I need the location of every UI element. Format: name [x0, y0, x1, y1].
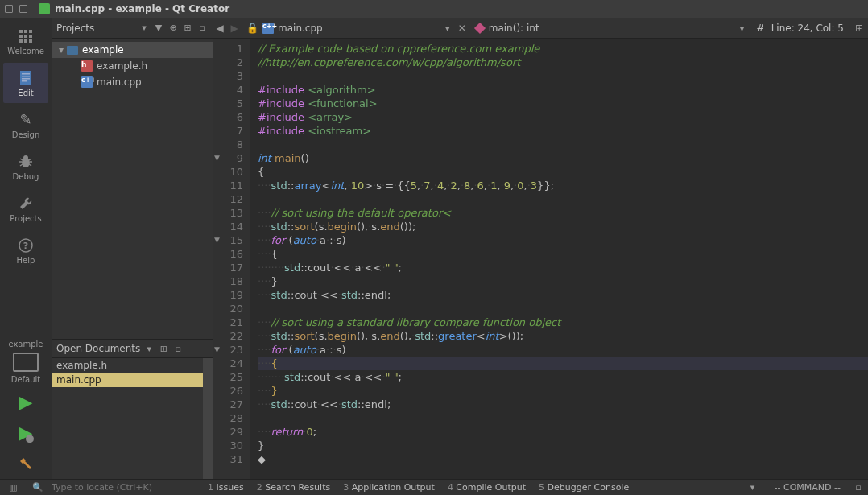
- link-icon[interactable]: ⊕: [167, 23, 179, 34]
- file-tab[interactable]: 🔓 c++ main.cpp: [242, 18, 328, 39]
- file-dropdown[interactable]: ▾: [440, 23, 455, 34]
- toggle-right-button[interactable]: ▫: [849, 482, 868, 493]
- nav-fwd-button[interactable]: ▶: [227, 23, 242, 34]
- open-documents-header: Open Documents ▾ ⊞ ▫: [52, 339, 213, 358]
- projects-header: Projects ▾ ▼ ⊕ ⊞ ▫: [52, 18, 213, 39]
- svg-rect-10: [22, 73, 30, 75]
- symbol-selector[interactable]: main(): int: [469, 23, 735, 34]
- tree-file-label: example.h: [97, 60, 147, 72]
- bottom-bar: ▥ 🔍 1 Issues2 Search Results3 Applicatio…: [0, 479, 868, 495]
- mode-rail: Welcome Edit ✎ Design Debug Projects: [0, 18, 52, 479]
- help-icon: ?: [17, 237, 35, 254]
- grid-icon: [17, 27, 35, 45]
- editor: ◀ ▶ 🔓 c++ main.cpp ▾ ✕ main(): int ▾ # L…: [213, 18, 868, 479]
- mode-projects[interactable]: Projects: [3, 188, 48, 229]
- scrollbar[interactable]: [203, 358, 213, 479]
- split-icon[interactable]: ⊞: [182, 23, 193, 34]
- line-col-status[interactable]: # Line: 24, Col: 5: [750, 18, 850, 39]
- toggle-sidebar-button[interactable]: ▥: [0, 480, 27, 496]
- line-gutter[interactable]: 123456789▼101112131415▼1617181920212223▼…: [213, 39, 250, 479]
- window-maximize-icon[interactable]: [19, 5, 27, 13]
- tree-file[interactable]: h example.h: [52, 58, 213, 74]
- svg-rect-2: [29, 30, 32, 33]
- close-panel-icon[interactable]: ▫: [172, 343, 184, 354]
- code-editor[interactable]: 123456789▼101112131415▼1617181920212223▼…: [213, 39, 868, 479]
- search-icon: 🔍: [32, 482, 43, 493]
- tree-root[interactable]: ▾ example: [52, 42, 213, 58]
- open-documents-list: example.h main.cpp: [52, 358, 213, 479]
- pencil-icon: ✎: [17, 111, 35, 129]
- chevron-down-icon[interactable]: ▾: [138, 23, 150, 34]
- tree-file-label: main.cpp: [97, 76, 142, 88]
- svg-rect-5: [29, 35, 32, 38]
- vim-mode-label: -- COMMAND --: [767, 482, 849, 493]
- split-editor-button[interactable]: ⊞: [850, 23, 868, 34]
- close-tab-button[interactable]: ✕: [455, 23, 469, 34]
- svg-line-19: [29, 159, 31, 160]
- editor-toolbar: ◀ ▶ 🔓 c++ main.cpp ▾ ✕ main(): int ▾ # L…: [213, 18, 868, 39]
- output-chevron[interactable]: ▾: [739, 480, 767, 496]
- svg-point-15: [23, 155, 28, 160]
- mode-design-label: Design: [12, 130, 40, 139]
- output-tab[interactable]: 3 Application Output: [343, 482, 435, 493]
- close-panel-icon[interactable]: ▫: [196, 23, 208, 34]
- mode-design[interactable]: ✎ Design: [3, 105, 48, 145]
- filter-icon[interactable]: ▼: [153, 23, 164, 34]
- output-tab[interactable]: 5 Debugger Console: [539, 482, 629, 493]
- svg-rect-11: [22, 76, 30, 77]
- folder-icon: [66, 44, 79, 56]
- mode-edit-label: Edit: [18, 89, 33, 97]
- svg-line-21: [29, 164, 31, 166]
- build-button[interactable]: [3, 448, 48, 477]
- locator-input[interactable]: [47, 482, 192, 493]
- projects-header-label[interactable]: Projects: [56, 23, 135, 34]
- svg-rect-12: [22, 78, 30, 80]
- nav-back-button[interactable]: ◀: [213, 23, 227, 34]
- svg-rect-1: [24, 30, 27, 33]
- bug-icon: [17, 153, 35, 171]
- symbol-dropdown[interactable]: ▾: [735, 23, 750, 34]
- mode-debug[interactable]: Debug: [3, 146, 48, 187]
- svg-rect-6: [19, 39, 23, 43]
- mode-edit[interactable]: Edit: [3, 63, 48, 103]
- kit-selector[interactable]: Default: [3, 350, 48, 386]
- h-file-icon: h: [81, 60, 93, 72]
- svg-rect-4: [24, 35, 27, 38]
- wrench-icon: [17, 195, 35, 212]
- mode-help-label: Help: [17, 256, 35, 265]
- output-tab[interactable]: 1 Issues: [208, 482, 244, 493]
- file-tab-label: main.cpp: [278, 23, 323, 34]
- chevron-down-icon[interactable]: ▾: [143, 343, 155, 354]
- chevron-down-icon[interactable]: ▾: [56, 44, 66, 56]
- window-minimize-icon[interactable]: [5, 5, 13, 13]
- tree-file[interactable]: c++ main.cpp: [52, 74, 213, 90]
- mode-welcome[interactable]: Welcome: [3, 21, 48, 61]
- run-button[interactable]: ▶: [3, 387, 48, 416]
- play-bug-icon: ▶⬤: [19, 423, 33, 443]
- window-titlebar: main.cpp - example - Qt Creator: [0, 0, 868, 18]
- play-icon: ▶: [19, 392, 33, 412]
- locator[interactable]: 🔍: [27, 482, 192, 493]
- svg-rect-0: [19, 30, 23, 33]
- window-title: main.cpp - example - Qt Creator: [55, 3, 229, 14]
- svg-text:?: ?: [23, 241, 28, 251]
- kit-project-label: example: [8, 340, 43, 349]
- output-tab[interactable]: 2 Search Results: [257, 482, 331, 493]
- qt-logo-icon: [39, 3, 50, 14]
- open-doc-item[interactable]: main.cpp: [52, 373, 203, 387]
- svg-rect-8: [29, 39, 32, 43]
- open-documents-label[interactable]: Open Documents: [56, 343, 140, 354]
- mode-welcome-label: Welcome: [7, 47, 44, 56]
- run-debug-button[interactable]: ▶⬤: [3, 418, 48, 447]
- mode-projects-label: Projects: [10, 214, 41, 223]
- output-tab[interactable]: 4 Compile Output: [448, 482, 526, 493]
- svg-rect-13: [22, 80, 27, 82]
- split-icon[interactable]: ⊞: [158, 343, 169, 354]
- svg-line-20: [20, 164, 23, 166]
- open-doc-item[interactable]: example.h: [52, 358, 203, 373]
- cpp-file-icon: c++: [81, 76, 93, 88]
- mode-help[interactable]: ? Help: [3, 230, 48, 270]
- code-area[interactable]: // Example code based on cppreference.co…: [250, 39, 868, 479]
- hammer-icon: [18, 455, 34, 471]
- project-tree: ▾ example h example.h c++ main.cpp: [52, 39, 213, 339]
